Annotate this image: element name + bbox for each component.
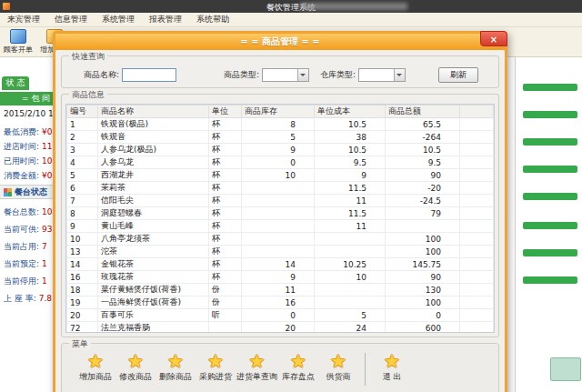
- table-cell: 茉莉茶: [98, 182, 209, 195]
- product-type-label: 商品类型:: [224, 69, 259, 81]
- table-row[interactable]: 3人参乌龙(极品)杯910.510.5: [67, 144, 494, 156]
- table-cell-filler: [460, 246, 494, 258]
- background-list-bar: [523, 166, 577, 173]
- background-list-bar: [523, 138, 577, 146]
- table-cell: 9: [315, 169, 386, 182]
- table-cell: 11: [242, 284, 315, 297]
- menu-button-label: 库存盘点: [282, 371, 315, 383]
- table-cell: 90: [386, 271, 460, 284]
- dialog-title-bar: = = 商品管理 = = ×: [55, 34, 505, 50]
- table-row[interactable]: 20百事可乐听050: [67, 309, 494, 322]
- table-cell: 份: [209, 297, 242, 309]
- table-cell: 信阳毛尖: [98, 195, 209, 207]
- menu-button-label: 增加商品: [79, 371, 112, 383]
- table-cell: -20: [386, 182, 460, 195]
- table-cell: 沱茶: [98, 246, 209, 258]
- table-cell: 黄山毛峰: [98, 220, 209, 233]
- star-icon: ★: [384, 352, 400, 370]
- menu-button[interactable]: ★增加商品: [76, 352, 115, 383]
- table-cell: 65.5: [386, 118, 460, 131]
- product-type-select[interactable]: [262, 68, 309, 82]
- table-cell: 9.5: [386, 156, 460, 169]
- table-row[interactable]: 1铁观音(极品)杯810.565.5: [67, 118, 494, 131]
- product-table-container: 编号商品名称单位商品库存单位成本商品总额 1铁观音(极品)杯810.565.52…: [65, 104, 495, 333]
- table-cell: [242, 207, 315, 220]
- menu-button[interactable]: ★进货单查询: [236, 352, 277, 383]
- sidebar-row-label: 当前停用:: [4, 273, 39, 290]
- tab-status[interactable]: 状 态: [2, 76, 29, 90]
- refresh-button[interactable]: 刷新: [438, 67, 478, 83]
- title-bar: 餐饮管理系统: [0, 0, 582, 13]
- sidebar-row-label: 当前可供:: [4, 221, 39, 238]
- product-info-group: 商品信息 编号商品名称单位商品库存单位成本商品总额 1铁观音(极品)杯810.5…: [61, 94, 499, 337]
- toolbar-button[interactable]: 顾客开单: [0, 27, 36, 56]
- table-row[interactable]: 5西湖龙井杯10990: [67, 169, 494, 182]
- menu-item[interactable]: 来宾管理: [0, 14, 47, 25]
- column-header: 商品名称: [98, 106, 209, 118]
- table-row[interactable]: 16玫瑰花茶杯91090: [67, 271, 494, 284]
- table-cell: 9: [242, 271, 315, 284]
- table-row[interactable]: 9黄山毛峰杯11: [67, 220, 494, 233]
- table-row[interactable]: 18菜仔黄鳝煲仔饭(荷香)份11130: [67, 284, 494, 297]
- table-cell-filler: [460, 220, 494, 233]
- table-cell-filler: [460, 131, 494, 144]
- table-cell: 杯: [209, 246, 242, 258]
- redacted-watermark: [300, 3, 407, 10]
- menu-button[interactable]: ★删除商品: [156, 352, 195, 383]
- table-cell: 八角亭龙须茶: [98, 233, 209, 246]
- menu-divider: [365, 353, 366, 386]
- menu-button[interactable]: ★修改商品: [116, 352, 155, 383]
- sidebar-row-value: 1: [42, 273, 47, 290]
- table-row[interactable]: 19一品海鲜煲仔饭(荷香)份16100: [67, 297, 494, 309]
- table-row[interactable]: 10八角亭龙须茶杯100: [67, 233, 494, 246]
- menu-item[interactable]: 系统管理: [95, 14, 142, 25]
- table-cell: 18: [67, 284, 98, 297]
- menu-button[interactable]: ★退 出: [373, 352, 411, 383]
- table-cell: [242, 233, 315, 246]
- table-cell: 杯: [209, 118, 242, 131]
- table-grid-icon: [4, 188, 12, 196]
- close-button[interactable]: ×: [480, 31, 507, 46]
- background-list-bar: [523, 193, 577, 200]
- table-cell: 0: [386, 309, 460, 322]
- menu-button-label: 进货单查询: [236, 371, 277, 383]
- chevron-down-icon: [297, 69, 308, 81]
- table-cell: 7: [67, 195, 98, 207]
- table-row[interactable]: 14金银花茶杯1410.25145.75: [67, 258, 494, 271]
- table-row[interactable]: 72法兰克福香肠2024600: [67, 322, 494, 334]
- table-cell: 人参乌龙(极品): [98, 144, 209, 156]
- table-row[interactable]: 6茉莉茶杯11.5-20: [67, 182, 494, 195]
- table-cell: [242, 220, 315, 233]
- table-cell: 9.5: [315, 156, 386, 169]
- sidebar-row-label: 进店时间:: [4, 139, 39, 154]
- table-cell: 10.5: [315, 118, 386, 131]
- table-row[interactable]: 13沱茶杯100: [67, 246, 494, 258]
- table-row[interactable]: 7信阳毛尖杯11-24.5: [67, 195, 494, 207]
- table-cell: 杯: [209, 182, 242, 195]
- menu-item[interactable]: 信息管理: [47, 14, 95, 25]
- table-cell: 90: [386, 169, 460, 182]
- menu-item[interactable]: 报表管理: [142, 14, 189, 25]
- star-icon: ★: [249, 352, 266, 370]
- table-cell: [315, 284, 386, 297]
- warehouse-type-select[interactable]: [358, 68, 406, 82]
- menu-button[interactable]: ★供货商: [319, 352, 357, 383]
- table-cell: [386, 220, 460, 233]
- table-row[interactable]: 2铁观音杯538-264: [67, 131, 494, 144]
- menu-button-label: 退 出: [383, 371, 402, 383]
- table-cell: 洞庭碧螺春: [98, 207, 209, 220]
- table-cell: 14: [67, 258, 98, 271]
- menu-item[interactable]: 系统帮助: [189, 14, 236, 25]
- table-cell: 16: [242, 297, 315, 309]
- table-row[interactable]: 4人参乌龙杯09.59.5: [67, 156, 494, 169]
- table-cell: 11: [315, 220, 386, 233]
- column-header: 编号: [67, 106, 98, 118]
- sidebar-date: 2015/2/10 13: [4, 109, 58, 118]
- menu-button[interactable]: ★采购进货: [196, 352, 235, 383]
- product-name-input[interactable]: [122, 68, 176, 82]
- dialog-title: = = 商品管理 = =: [240, 36, 319, 46]
- product-table: 编号商品名称单位商品库存单位成本商品总额 1铁观音(极品)杯810.565.52…: [66, 105, 494, 333]
- menu-button[interactable]: ★库存盘点: [279, 352, 317, 383]
- table-row[interactable]: 8洞庭碧螺春杯11.579: [67, 207, 494, 220]
- sidebar-row-label: 当前占用:: [4, 238, 39, 256]
